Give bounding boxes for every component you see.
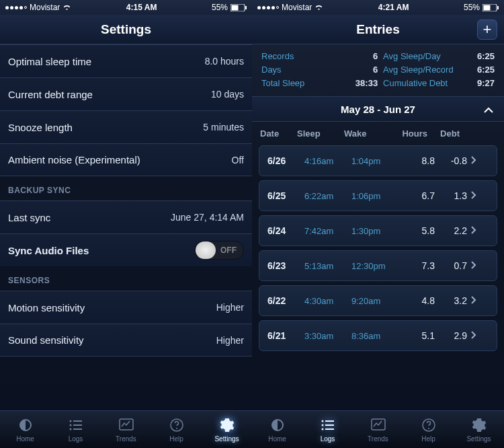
entry-wake: 8:36am [351,331,400,341]
sensor-row[interactable]: Sound sensitivityHigher [0,324,252,357]
records-value: 6 [355,51,378,61]
entry-row[interactable]: 6/25 6:22am 1:06pm 6.7 1.3 [259,180,497,211]
toggle-knob-icon [196,241,216,259]
battery-percent-label: 55% [464,3,480,12]
tab-label: Home [16,435,34,443]
entry-hours: 7.3 [400,260,439,271]
tab-trends[interactable]: Trends [101,411,151,448]
entry-debt: 0.7 [439,260,471,271]
svg-point-23 [428,428,429,429]
tab-label: Logs [69,435,83,443]
entry-row[interactable]: 6/26 4:16am 1:04pm 8.8 -0.8 [259,145,497,176]
status-bar: Movistar 4:15 AM 55% [0,0,252,15]
row-label: Optimal sleep time [8,56,91,67]
tab-settings[interactable]: Settings [202,411,252,448]
days-label: Days [261,65,350,75]
tab-label: Trends [116,435,136,443]
settings-row[interactable]: Ambient noise (Experimental)Off [0,143,252,176]
entry-sleep: 5:13am [304,261,351,271]
tab-label: Help [169,435,183,443]
entry-row[interactable]: 6/23 5:13am 12:30pm 7.3 0.7 [259,250,497,281]
chart-icon [370,416,386,434]
svg-point-15 [321,420,323,422]
entries-table-header: Date Sleep Wake Hours Debt [252,122,504,145]
settings-row[interactable]: Snooze length5 minutes [0,110,252,143]
svg-rect-1 [231,5,238,10]
sync-audio-toggle[interactable]: OFF [194,241,244,260]
avg-day-label: Avg Sleep/Day [383,51,472,61]
carrier-label: Movistar [282,3,312,12]
entry-hours: 6.7 [400,190,439,201]
entry-debt: 2.9 [439,330,471,341]
entry-debt: 2.2 [439,225,471,236]
clock-label: 4:15 AM [126,3,157,12]
tab-settings[interactable]: Settings [454,411,504,448]
row-value: 5 minutes [203,122,244,133]
status-bar: Movistar 4:21 AM 55% [252,0,504,15]
svg-rect-14 [497,6,499,9]
tab-bar: HomeLogsTrendsHelpSettings [0,410,252,448]
date-range-selector[interactable]: May 28 - Jun 27 [252,96,504,122]
page-title: Settings [101,22,151,37]
total-sleep-label: Total Sleep [261,78,350,88]
sensor-row[interactable]: Motion sensitivityHigher [0,291,252,324]
tab-label: Home [268,435,286,443]
entry-wake: 1:06pm [351,191,400,201]
entry-sleep: 7:42am [304,226,351,236]
tab-help[interactable]: Help [403,411,454,448]
entry-hours: 5.8 [400,225,439,236]
svg-point-19 [321,428,323,431]
battery-percent-label: 55% [212,3,228,12]
svg-point-7 [69,428,71,431]
toggle-off-label: OFF [220,246,237,255]
battery-icon [230,4,247,11]
entry-date: 6/24 [267,225,304,236]
entry-row[interactable]: 6/22 4:30am 9:20am 4.8 3.2 [259,285,497,316]
entry-wake: 1:04pm [351,156,400,166]
settings-row[interactable]: Current debt range10 days [0,77,252,110]
svg-rect-8 [73,428,82,430]
battery-icon [482,4,499,11]
tab-logs[interactable]: Logs [302,411,353,448]
entries-list: 6/26 4:16am 1:04pm 8.8 -0.8 6/25 6:22am … [252,145,504,351]
wifi-icon [62,4,71,11]
moon-icon [269,416,286,434]
row-value: 8.0 hours [205,56,244,67]
entry-sleep: 4:16am [304,156,351,166]
tab-logs[interactable]: Logs [50,411,101,448]
svg-point-3 [69,420,71,422]
entry-row[interactable]: 6/24 7:42am 1:30pm 5.8 2.2 [259,215,497,246]
row-label: Snooze length [8,122,73,133]
settings-row[interactable]: Optimal sleep time8.0 hours [0,44,252,77]
svg-rect-2 [245,6,247,9]
row-label: Sound sensitivity [8,334,84,346]
sync-audio-label: Sync Audio Files [8,245,89,256]
chevron-right-icon [471,330,483,341]
gear-icon [219,416,235,434]
entry-date: 6/22 [267,295,304,306]
entry-sleep: 3:30am [304,331,351,341]
tab-bar: HomeLogsTrendsHelpSettings [252,410,504,448]
tab-label: Logs [321,435,335,443]
row-label: Current debt range [8,89,93,100]
sync-audio-row[interactable]: Sync Audio Files OFF [0,233,252,266]
tab-home[interactable]: Home [252,411,302,448]
tab-home[interactable]: Home [0,411,50,448]
entry-date: 6/21 [267,330,304,341]
entry-row[interactable]: 6/21 3:30am 8:36am 5.1 2.9 [259,320,497,351]
tab-help[interactable]: Help [151,411,202,448]
settings-screen: Movistar 4:15 AM 55% Settings Optimal sl… [0,0,252,448]
row-value: Off [232,155,244,165]
signal-dots-icon [257,6,279,9]
entry-date: 6/25 [267,190,304,201]
row-label: Motion sensitivity [8,302,85,313]
add-entry-button[interactable]: + [477,20,497,40]
last-sync-row[interactable]: Last sync June 27, 4:14 AM [0,200,252,233]
col-wake: Wake [344,128,392,139]
tab-trends[interactable]: Trends [353,411,403,448]
tab-label: Help [421,435,435,443]
svg-point-11 [176,428,177,429]
entry-sleep: 4:30am [304,296,351,306]
date-range-label: May 28 - Jun 27 [341,104,415,115]
cumulative-debt-label: Cumulative Debt [383,78,472,88]
